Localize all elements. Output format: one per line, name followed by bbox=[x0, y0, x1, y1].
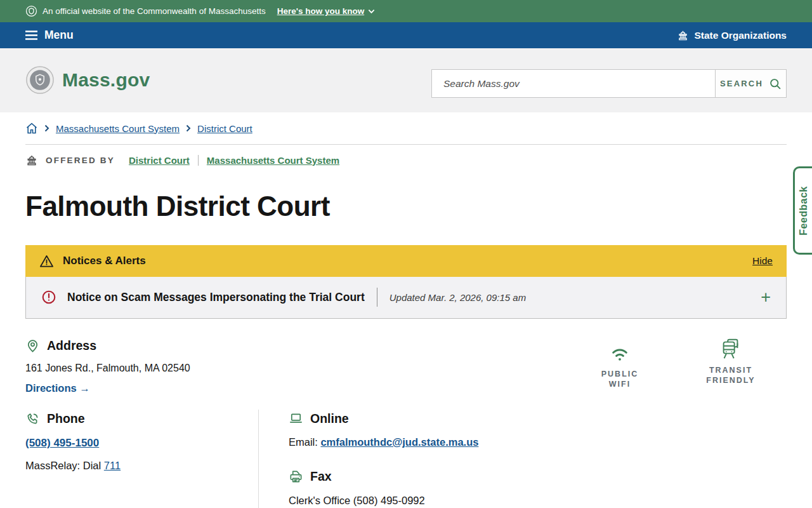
breadcrumb-district-court-link[interactable]: District Court bbox=[197, 123, 252, 134]
fax-section: Fax bbox=[289, 469, 478, 484]
notices-alerts-header: Notices & Alerts Hide bbox=[25, 245, 787, 277]
chevron-down-icon bbox=[368, 9, 375, 14]
massgov-logo[interactable]: Mass.gov bbox=[25, 65, 150, 95]
transit-icon bbox=[719, 337, 743, 361]
column-divider bbox=[258, 410, 259, 508]
fax-heading: Fax bbox=[310, 469, 332, 484]
home-icon[interactable] bbox=[25, 122, 38, 135]
page-title: Falmouth District Court bbox=[25, 190, 330, 222]
fax-clerk-line: Clerk's Office (508) 495-0992 bbox=[289, 495, 478, 507]
search-button[interactable]: SEARCH bbox=[715, 70, 786, 97]
notice-updated-timestamp: Updated Mar. 2, 2026, 09:15 am bbox=[390, 292, 526, 303]
heres-how-you-know-link[interactable]: Here's how you know bbox=[277, 6, 376, 16]
massrelay-text: MassRelay: Dial bbox=[25, 460, 101, 471]
address-heading: Address bbox=[47, 338, 96, 353]
massrelay-711-link[interactable]: 711 bbox=[104, 460, 121, 471]
arrow-right-icon: → bbox=[79, 382, 90, 394]
menu-label: Menu bbox=[44, 29, 74, 42]
phone-section: Phone (508) 495-1500 MassRelay: Dial 711 bbox=[25, 411, 121, 472]
search-button-label: SEARCH bbox=[720, 79, 763, 88]
feedback-label: Feedback bbox=[798, 186, 809, 236]
alert-exclamation-icon bbox=[41, 290, 56, 305]
breadcrumb-divider bbox=[25, 144, 787, 145]
heres-how-you-know-label: Here's how you know bbox=[277, 6, 365, 16]
search-icon bbox=[769, 77, 782, 90]
massgov-seal-icon bbox=[25, 65, 55, 95]
notices-alerts-block: Notices & Alerts Hide Notice on Scam Mes… bbox=[25, 245, 787, 319]
phone-number-link[interactable]: (508) 495-1500 bbox=[25, 437, 99, 450]
state-organizations-link[interactable]: State Organizations bbox=[677, 29, 787, 41]
map-pin-icon bbox=[25, 338, 40, 353]
state-organizations-label: State Organizations bbox=[694, 30, 787, 41]
state-seal-icon bbox=[25, 5, 37, 17]
massgov-logo-text: Mass.gov bbox=[62, 69, 150, 91]
online-section: Online Email: cmfalmouthdc@jud.state.ma.… bbox=[289, 411, 478, 507]
chevron-right-icon bbox=[44, 124, 49, 132]
offered-by-label: OFFERED BY bbox=[46, 156, 115, 165]
breadcrumb: Massachusetts Court System District Cour… bbox=[25, 122, 252, 135]
breadcrumb-court-system-link[interactable]: Massachusetts Court System bbox=[56, 123, 180, 134]
phone-heading: Phone bbox=[47, 411, 85, 426]
public-wifi-label: PUBLIC WIFI bbox=[593, 370, 647, 389]
menu-button[interactable]: Menu bbox=[25, 29, 74, 42]
email-line: Email: cmfalmouthdc@jud.state.ma.us bbox=[289, 436, 478, 448]
online-heading: Online bbox=[310, 411, 349, 426]
plus-icon: + bbox=[761, 288, 771, 307]
capitol-icon bbox=[677, 29, 689, 41]
fax-icon bbox=[289, 469, 303, 484]
feedback-tab[interactable]: Feedback bbox=[793, 166, 812, 255]
offered-by-separator bbox=[198, 155, 199, 166]
offered-by-court-system-link[interactable]: Massachusetts Court System bbox=[207, 155, 339, 166]
transit-friendly-badge: TRANSIT FRIENDLY bbox=[693, 337, 769, 385]
massrelay-line: MassRelay: Dial 711 bbox=[25, 460, 121, 472]
wifi-icon bbox=[608, 341, 632, 365]
expand-notice-button[interactable]: + bbox=[761, 289, 771, 306]
address-text: 161 Jones Rd., Falmouth, MA 02540 bbox=[25, 363, 190, 374]
notice-divider bbox=[377, 288, 377, 307]
official-banner-text: An official website of the Commonwealth … bbox=[43, 6, 266, 16]
email-link[interactable]: cmfalmouthdc@jud.state.ma.us bbox=[320, 436, 478, 448]
chevron-right-icon bbox=[186, 124, 191, 132]
phone-icon bbox=[25, 411, 40, 426]
address-section: Address 161 Jones Rd., Falmouth, MA 0254… bbox=[25, 338, 190, 394]
offered-by-district-court-link[interactable]: District Court bbox=[129, 155, 190, 166]
official-banner: An official website of the Commonwealth … bbox=[0, 0, 812, 22]
transit-friendly-label: TRANSIT FRIENDLY bbox=[704, 366, 758, 385]
hide-alerts-link[interactable]: Hide bbox=[752, 255, 773, 267]
directions-link[interactable]: Directions → bbox=[25, 382, 90, 394]
notice-title-link[interactable]: Notice on Scam Messages Impersonating th… bbox=[67, 291, 365, 304]
hamburger-icon bbox=[25, 30, 37, 40]
search-box: SEARCH bbox=[431, 69, 787, 98]
warning-triangle-icon bbox=[39, 254, 54, 269]
alert-notice-row: Notice on Scam Messages Impersonating th… bbox=[26, 276, 786, 318]
public-wifi-badge: PUBLIC WIFI bbox=[582, 341, 658, 389]
laptop-icon bbox=[289, 411, 303, 426]
notices-alerts-title: Notices & Alerts bbox=[63, 255, 146, 267]
email-label: Email: bbox=[289, 436, 318, 448]
search-input[interactable] bbox=[432, 70, 715, 97]
offered-by-row: OFFERED BY District Court Massachusetts … bbox=[25, 154, 339, 166]
main-nav-bar: Menu State Organizations bbox=[0, 22, 812, 48]
site-header: Mass.gov SEARCH bbox=[0, 48, 812, 112]
directions-label: Directions bbox=[25, 382, 77, 394]
capitol-icon bbox=[25, 154, 38, 166]
